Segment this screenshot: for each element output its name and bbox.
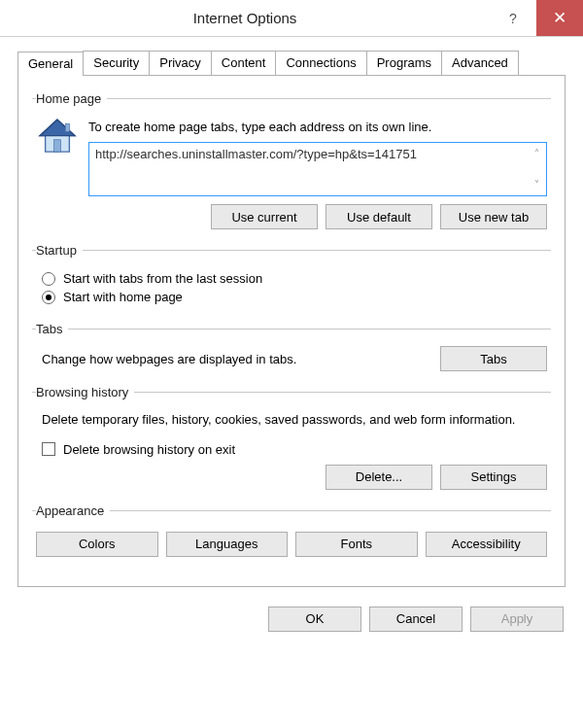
radio-start-last-session[interactable]: Start with tabs from the last session (42, 271, 547, 286)
svg-rect-3 (65, 123, 69, 131)
group-browsing-history: Browsing history Delete temporary files,… (32, 385, 551, 494)
group-startup: Startup Start with tabs from the last se… (32, 243, 551, 312)
window-title: Internet Options (0, 10, 490, 26)
tabs-description: Change how webpages are displayed in tab… (36, 352, 430, 366)
group-home-page: Home page To create home page tabs, type… (32, 91, 551, 233)
use-current-button[interactable]: Use current (211, 204, 318, 229)
radio-label: Start with tabs from the last session (63, 271, 262, 286)
check-delete-on-exit[interactable]: Delete browsing history on exit (42, 442, 547, 457)
home-icon (36, 116, 79, 158)
tabstrip: General Security Privacy Content Connect… (17, 51, 566, 76)
group-tabs: Tabs Change how webpages are displayed i… (32, 322, 551, 375)
radio-label: Start with home page (63, 290, 183, 304)
tab-advanced[interactable]: Advanced (441, 51, 519, 75)
dialog-content: General Security Privacy Content Connect… (0, 37, 583, 597)
radio-icon (42, 272, 55, 286)
tab-connections[interactable]: Connections (275, 51, 366, 75)
radio-icon (42, 291, 55, 304)
titlebar-buttons: ? ✕ (490, 0, 583, 36)
svg-rect-2 (54, 140, 61, 152)
legend-history: Browsing history (36, 385, 134, 399)
scroll-up-icon[interactable]: ˄ (530, 147, 543, 160)
cancel-button[interactable]: Cancel (369, 607, 463, 632)
legend-appearance: Appearance (36, 503, 110, 518)
tabs-button[interactable]: Tabs (440, 346, 547, 371)
tab-privacy[interactable]: Privacy (149, 51, 212, 75)
group-appearance: Appearance Colors Languages Fonts Access… (32, 503, 551, 563)
help-button[interactable]: ? (490, 0, 536, 36)
tab-security[interactable]: Security (83, 51, 150, 75)
delete-button[interactable]: Delete... (326, 465, 432, 490)
home-page-instruction: To create home page tabs, type each addr… (88, 120, 547, 134)
tab-panel: Home page To create home page tabs, type… (17, 76, 566, 587)
apply-button[interactable]: Apply (470, 607, 564, 632)
close-button[interactable]: ✕ (536, 0, 583, 36)
fonts-button[interactable]: Fonts (295, 532, 418, 557)
legend-home-page: Home page (36, 91, 107, 106)
radio-start-home-page[interactable]: Start with home page (42, 290, 547, 304)
settings-button[interactable]: Settings (440, 465, 547, 490)
tab-programs[interactable]: Programs (366, 51, 442, 75)
scroll-down-icon[interactable]: ˅ (530, 178, 543, 191)
ok-button[interactable]: OK (268, 607, 361, 632)
titlebar: Internet Options ? ✕ (0, 0, 583, 37)
history-description: Delete temporary files, history, cookies… (36, 409, 547, 438)
use-default-button[interactable]: Use default (326, 204, 432, 229)
tab-general[interactable]: General (17, 52, 84, 76)
languages-button[interactable]: Languages (166, 532, 289, 557)
checkbox-label: Delete browsing history on exit (63, 442, 235, 457)
home-page-url: http://searches.uninstallmaster.com/?typ… (95, 147, 417, 161)
use-new-tab-button[interactable]: Use new tab (440, 204, 547, 229)
checkbox-icon (42, 442, 55, 456)
legend-tabs: Tabs (36, 322, 68, 336)
accessibility-button[interactable]: Accessibility (426, 532, 548, 557)
dialog-footer: OK Cancel Apply (0, 597, 583, 647)
home-page-input[interactable]: http://searches.uninstallmaster.com/?typ… (88, 142, 547, 196)
tab-content[interactable]: Content (211, 51, 277, 75)
legend-startup: Startup (36, 243, 83, 258)
colors-button[interactable]: Colors (36, 532, 158, 557)
